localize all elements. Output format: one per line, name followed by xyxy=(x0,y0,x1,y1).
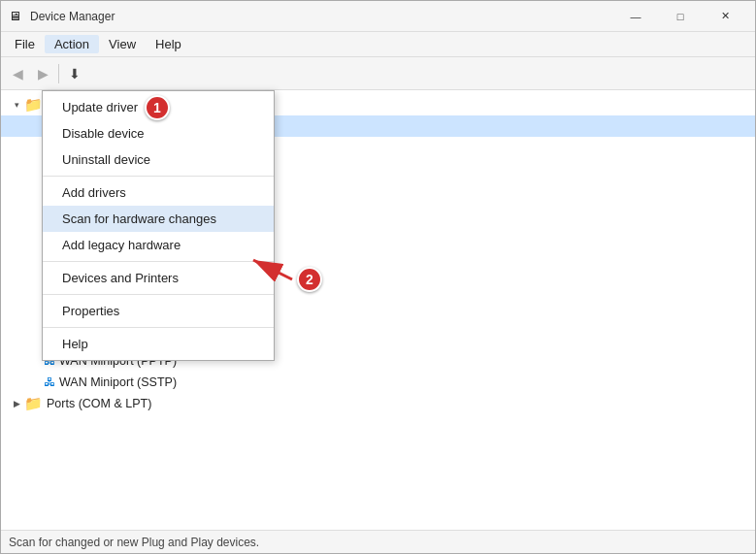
menu-help[interactable]: Help xyxy=(146,35,191,53)
tree-label-ports: Ports (COM & LPT) xyxy=(47,397,151,410)
annotation-badge-2: 2 xyxy=(297,267,322,292)
close-button[interactable]: ✕ xyxy=(703,1,747,32)
window-controls: — □ ✕ xyxy=(613,1,747,32)
action-dropdown-menu: Update driver Disable device Uninstall d… xyxy=(42,90,275,361)
tree-label-wan-sstp: WAN Miniport (SSTP) xyxy=(59,375,177,389)
ports-category-icon: 📁 xyxy=(24,395,43,412)
menu-add-drivers[interactable]: Add drivers xyxy=(43,179,274,206)
menu-scan-hardware[interactable]: Scan for hardware changes xyxy=(43,206,274,232)
toolbar: ◀ ▶ ⬇ xyxy=(1,57,755,90)
toolbar-back-button[interactable]: ◀ xyxy=(5,61,30,86)
minimize-button[interactable]: — xyxy=(613,1,658,32)
menu-view[interactable]: View xyxy=(99,35,146,53)
separator-4 xyxy=(43,327,274,328)
menu-action[interactable]: Action xyxy=(45,35,99,53)
menu-disable-device[interactable]: Disable device xyxy=(43,120,274,147)
tree-item-wan-sstp[interactable]: 🖧 WAN Miniport (SSTP) xyxy=(1,372,755,393)
window-title: Device Manager xyxy=(30,10,613,23)
window-icon: 🖥 xyxy=(9,9,24,24)
separator-2 xyxy=(43,261,274,262)
expand-icon: ▾ xyxy=(9,97,24,113)
menu-properties[interactable]: Properties xyxy=(43,298,274,324)
title-bar: 🖥 Device Manager — □ ✕ xyxy=(1,1,755,32)
menu-devices-printers[interactable]: Devices and Printers xyxy=(43,265,274,291)
menu-uninstall-device[interactable]: Uninstall device xyxy=(43,147,274,173)
toolbar-download-button[interactable]: ⬇ xyxy=(62,61,87,86)
menu-bar: File Action View Help Update driver Disa… xyxy=(1,32,755,57)
status-bar: Scan for changed or new Plug and Play de… xyxy=(1,530,755,553)
annotation-badge-1: 1 xyxy=(145,95,170,120)
adapter-icon-13: 🖧 xyxy=(44,375,55,389)
separator-1 xyxy=(43,176,274,177)
device-manager-window: 🖥 Device Manager — □ ✕ File Action View … xyxy=(0,0,756,554)
toolbar-separator xyxy=(58,64,59,83)
tree-item-ports[interactable]: ▶ 📁 Ports (COM & LPT) xyxy=(1,393,755,414)
maximize-button[interactable]: □ xyxy=(658,1,703,32)
category-icon: 📁 xyxy=(24,96,43,114)
menu-file[interactable]: File xyxy=(5,35,45,53)
toolbar-forward-button[interactable]: ▶ xyxy=(30,61,55,86)
expand-icon-ports: ▶ xyxy=(9,396,24,411)
menu-add-legacy[interactable]: Add legacy hardware xyxy=(43,232,274,258)
menu-help-action[interactable]: Help xyxy=(43,331,274,357)
status-text: Scan for changed or new Plug and Play de… xyxy=(9,536,259,549)
separator-3 xyxy=(43,294,274,295)
